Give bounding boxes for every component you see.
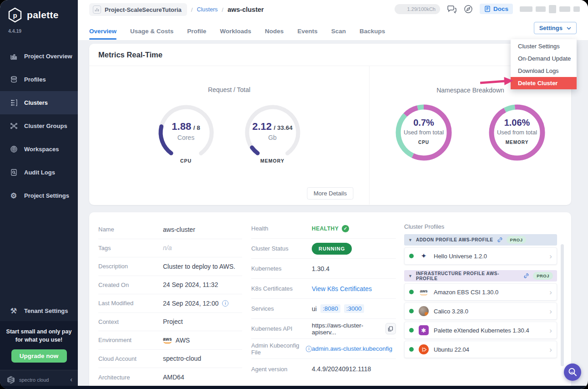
project-selector[interactable]: Project-ScaleSecureTutoria — [89, 3, 187, 16]
collapse-sidebar-icon[interactable]: ‹ — [70, 376, 72, 383]
menu-item-download-logs[interactable]: Download Logs — [511, 65, 577, 77]
infrastructure-profile-header[interactable]: ▼ INFRASTRUCTURE PROFILE AWS-PROFILE PRO… — [404, 270, 557, 282]
detail-label: Cloud Account — [98, 355, 163, 362]
detail-value: AMD64 — [163, 374, 184, 381]
link-icon — [523, 273, 529, 279]
memory-used-value: 2.12 — [252, 121, 272, 132]
status-dot — [409, 309, 414, 313]
metrics-card: Metrics Real-Time Incl Request / Total — [89, 44, 571, 205]
detail-label: Environment — [98, 337, 163, 343]
tab-nodes[interactable]: Nodes — [265, 22, 284, 40]
chevron-right-icon: › — [549, 252, 552, 260]
pack-name: Ubuntu 22.04 — [434, 346, 469, 353]
app-version: 4.4.19 — [0, 23, 78, 34]
project-chart-icon — [93, 5, 101, 14]
kubeconfig-label-text: Admin Kubeconfig File — [251, 342, 304, 356]
info-icon[interactable]: i — [306, 346, 312, 352]
profile-pack-row-hello-universe[interactable]: ✦ Hello Universe 1.2.0 › — [404, 247, 557, 265]
profile-pack-row-ebs-csi[interactable]: aws Amazon EBS CSI 1.30.0 › — [404, 283, 557, 301]
search-fab-button[interactable] — [564, 363, 581, 381]
details-left-column: Name aws-cluster Tags n/a Description Cl… — [98, 220, 242, 387]
docs-button[interactable]: Docs — [480, 4, 513, 14]
memory-caption: Used from total — [483, 129, 551, 136]
profiles-scrollbar[interactable] — [561, 244, 564, 366]
profile-pack-row-calico[interactable]: Calico 3.28.0 › — [404, 302, 557, 320]
bar-chart-icon — [9, 52, 18, 60]
chevron-down-icon: ▼ — [408, 238, 412, 242]
sidebar-item-project-overview[interactable]: Project Overview — [0, 45, 78, 68]
upgrade-now-button[interactable]: Upgrade now — [11, 349, 67, 363]
kubeconfig-download-link[interactable]: admin.aws-cluster.kubeconfig — [312, 345, 392, 352]
tools-icon: ⚒ — [9, 307, 18, 315]
profile-pack-row-pxk[interactable]: ✱ Palette eXtended Kubernetes 1.30.4 › — [404, 322, 557, 339]
tab-overview[interactable]: Overview — [89, 22, 117, 40]
detail-row-kubernetes: Kubernetes 1.30.4 — [251, 259, 396, 279]
promo-text: Start small and only pay for what you us… — [5, 328, 72, 344]
sidebar-item-clusters[interactable]: Clusters — [0, 91, 78, 114]
detail-row-health: Health HEALTHY ✓ — [251, 219, 396, 239]
sidebar-item-label: Workspaces — [24, 146, 59, 153]
sidebar-item-tenant-settings[interactable]: ⚒ Tenant Settings — [0, 301, 78, 321]
detail-label: Architecture — [98, 374, 163, 381]
memory-gauge: 2.12 / 33.64 Gb MEMORY — [238, 100, 307, 164]
cpu-gauge: 1.88 / 8 Cores CPU — [152, 100, 220, 164]
detail-row-last-modified: Last Modified 24 Sep 2024, 12:00 i — [98, 294, 242, 313]
health-value: HEALTHY — [312, 225, 339, 232]
more-details-button[interactable]: More Details — [307, 187, 354, 200]
cpu-caption: Used from total — [390, 129, 458, 136]
detail-label: Context — [98, 318, 163, 325]
menu-item-cluster-settings[interactable]: Cluster Settings — [511, 40, 577, 52]
window-bottom-edge — [0, 386, 588, 389]
status-dot — [409, 290, 414, 294]
sidebar-item-profiles[interactable]: Profiles — [0, 68, 78, 91]
sidebar-item-project-settings[interactable]: ⚙ Project Settings — [0, 184, 78, 207]
pxk-pack-icon: ✱ — [418, 325, 429, 336]
detail-value: Project — [163, 318, 183, 325]
view-k8s-certificates-link[interactable]: View K8s Certificates — [312, 285, 372, 292]
service-port-link[interactable]: :3000 — [344, 304, 364, 313]
detail-row-cloud-account: Cloud Account spectro-cloud — [98, 350, 242, 369]
sidebar-item-label: Cluster Groups — [24, 123, 67, 129]
detail-value: n/a — [163, 244, 172, 251]
usage-credits-pill: 1.29/100kCh — [395, 4, 440, 14]
donut-row: 0.7% Used from total CPU — [370, 98, 571, 167]
sidebar-item-cluster-groups[interactable]: Cluster Groups — [0, 114, 78, 138]
upgrade-promo: Start small and only pay for what you us… — [0, 321, 78, 370]
profile-pack-row-ubuntu[interactable]: Ubuntu 22.04 › — [404, 341, 557, 358]
detail-value: aws-cluster — [163, 226, 195, 233]
compass-icon[interactable] — [464, 5, 473, 14]
cpu-donut-values: 0.7% Used from total CPU — [390, 118, 458, 145]
breadcrumb: Project-ScaleSecureTutoria / Clusters / … — [89, 3, 264, 16]
tab-events[interactable]: Events — [297, 22, 317, 40]
detail-label: Description — [98, 263, 163, 270]
service-port-link[interactable]: :8080 — [320, 304, 340, 313]
info-icon[interactable]: i — [222, 300, 228, 307]
tab-profile[interactable]: Profile — [187, 22, 206, 40]
sidebar-item-audit-logs[interactable]: Audit Logs — [0, 161, 78, 184]
chevron-right-icon: › — [549, 288, 552, 296]
breadcrumb-clusters-link[interactable]: Clusters — [197, 6, 218, 13]
tab-usage-costs[interactable]: Usage & Costs — [130, 22, 173, 40]
services-value: ui :8080 :3000 — [312, 304, 364, 313]
spectro-cloud-logo-icon — [6, 375, 15, 384]
cpu-total-value: / 8 — [193, 124, 200, 131]
detail-label: Admin Kubeconfig File i — [251, 342, 312, 356]
settings-button[interactable]: Settings — [534, 22, 577, 34]
top-bar: Project-ScaleSecureTutoria / Clusters / … — [78, 0, 588, 40]
menu-item-delete-cluster[interactable]: Delete Cluster — [511, 77, 577, 89]
sidebar-item-workspaces[interactable]: Workspaces — [0, 138, 78, 161]
ubuntu-pack-icon — [418, 344, 429, 355]
status-dot — [409, 347, 414, 352]
tab-backups[interactable]: Backups — [360, 22, 385, 40]
tab-workloads[interactable]: Workloads — [220, 22, 251, 40]
detail-label: Cluster Status — [251, 245, 312, 252]
memory-gauge-values: 2.12 / 33.64 Gb — [238, 121, 307, 141]
detail-value: Cluster to deploy to AWS. — [163, 263, 235, 270]
detail-label: Health — [251, 225, 312, 232]
tab-scan[interactable]: Scan — [331, 22, 346, 40]
menu-item-on-demand-update[interactable]: On-Demand Update — [511, 52, 577, 65]
addon-profile-header[interactable]: ▼ ADDON PROFILE AWS-PROFILE PROJ — [404, 234, 557, 246]
memory-donut: 1.06% Used from total MEMORY — [483, 98, 551, 167]
copy-icon[interactable] — [385, 323, 396, 334]
chat-icon[interactable] — [447, 5, 457, 14]
